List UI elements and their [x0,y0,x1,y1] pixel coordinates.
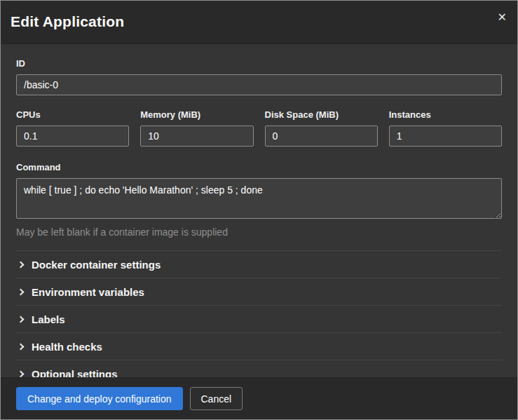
instances-field-group: Instances [389,109,502,147]
command-textarea[interactable]: while [ true ] ; do echo 'Hello Marathon… [16,178,502,219]
id-field-label: ID [16,58,502,69]
section-label: Environment variables [32,286,144,298]
edit-application-modal: Edit Application ✕ ID CPUs Memory (MiB) … [0,0,518,420]
section-labels[interactable]: Labels [16,305,502,332]
section-label: Optional settings [32,368,118,378]
cpus-input[interactable] [16,126,129,147]
command-field-group: Command while [ true ] ; do echo 'Hello … [16,162,502,238]
modal-body: ID CPUs Memory (MiB) Disk Space (MiB) In… [1,44,517,377]
section-health-checks[interactable]: Health checks [16,332,502,360]
disk-field-group: Disk Space (MiB) [265,109,378,147]
cancel-button[interactable]: Cancel [190,387,243,410]
cpus-field-group: CPUs [16,109,129,147]
command-help-text: May be left blank if a container image i… [16,226,502,238]
disk-field-label: Disk Space (MiB) [265,109,378,120]
chevron-right-icon [18,261,25,268]
modal-header: Edit Application ✕ [1,1,517,44]
chevron-right-icon [18,316,25,323]
collapsible-sections: Docker container settings Environment va… [16,250,502,377]
section-optional-settings[interactable]: Optional settings [16,360,502,377]
command-field-label: Command [16,162,502,172]
change-and-deploy-button[interactable]: Change and deploy configuration [16,387,183,410]
section-label: Docker container settings [32,259,161,271]
id-input[interactable] [16,74,502,95]
chevron-right-icon [18,288,25,295]
cpus-field-label: CPUs [16,109,129,120]
id-field-group: ID [16,58,502,95]
section-label: Labels [32,313,65,325]
chevron-right-icon [18,343,25,350]
section-environment-variables[interactable]: Environment variables [16,278,502,305]
memory-field-group: Memory (MiB) [140,109,253,147]
instances-input[interactable] [389,126,502,147]
section-docker-container-settings[interactable]: Docker container settings [16,250,502,278]
memory-input[interactable] [140,126,253,147]
chevron-right-icon [18,370,25,377]
modal-footer: Change and deploy configuration Cancel [1,377,517,419]
close-icon[interactable]: ✕ [498,12,507,23]
page-title: Edit Application [11,13,506,30]
instances-field-label: Instances [389,109,502,120]
resources-row: CPUs Memory (MiB) Disk Space (MiB) Insta… [16,109,502,147]
section-label: Health checks [32,341,102,353]
disk-input[interactable] [265,126,378,147]
memory-field-label: Memory (MiB) [140,109,253,120]
